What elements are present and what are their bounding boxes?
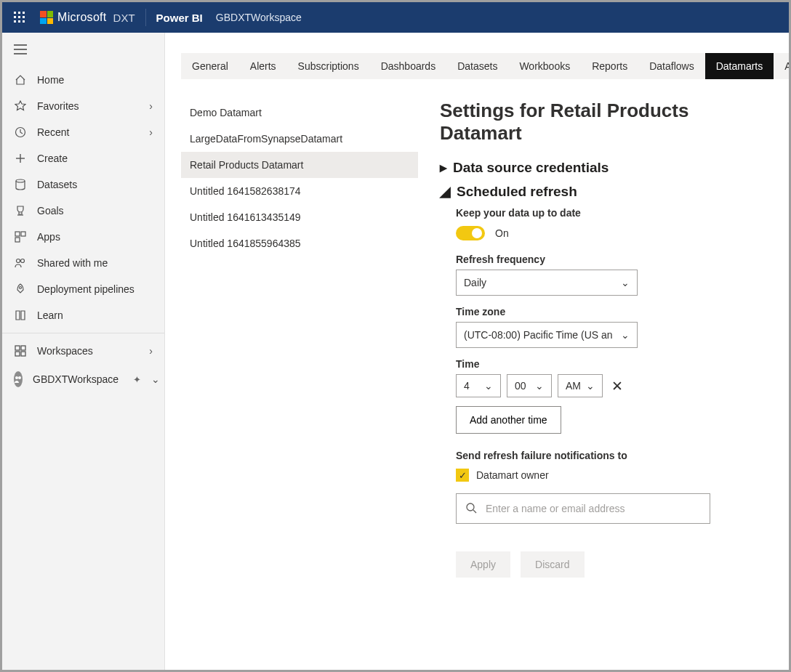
svg-rect-18 [15,238,20,242]
tab-reports[interactable]: Reports [581,53,638,79]
nav-current-workspace-label: GBDXTWorkspace [33,373,119,385]
product-label[interactable]: Power BI [156,12,203,24]
tab-dataflows[interactable]: Dataflows [638,53,704,79]
notify-contact-input[interactable] [486,503,701,514]
section-refresh-label: Scheduled refresh [457,184,577,200]
nav-item-deployment-pipelines[interactable]: Deployment pipelines [2,276,164,302]
home-icon [14,74,27,86]
discard-button[interactable]: Discard [521,551,584,578]
nav-item-label: Learn [37,309,63,321]
left-nav: HomeFavorites›Recent›CreateDatasetsGoals… [2,33,165,670]
time-hour-select[interactable]: 4 ⌄ [456,374,501,397]
nav-item-apps[interactable]: Apps [2,224,164,250]
tab-subscriptions[interactable]: Subscriptions [287,53,370,79]
time-ampm-value: AM [566,380,581,392]
nav-item-goals[interactable]: Goals [2,198,164,224]
datamart-item[interactable]: Demo Datamart [181,100,418,126]
tab-workbooks[interactable]: Workbooks [508,53,581,79]
keep-data-label: Keep your data up to date [456,207,760,219]
svg-point-27 [18,376,21,379]
svg-rect-4 [18,16,20,18]
section-credentials[interactable]: ▸ Data source credentials [440,159,760,176]
star-icon [14,100,27,112]
tab-alerts[interactable]: Alerts [239,53,287,79]
svg-point-26 [15,376,18,379]
search-icon [465,502,477,516]
nav-current-workspace[interactable]: GBDXTWorkspace ✦ ⌄ [2,364,164,394]
nav-item-label: Home [37,74,64,86]
nav-divider [2,333,164,333]
tab-datasets[interactable]: Datasets [446,53,508,79]
tab-app[interactable]: App [774,53,789,79]
nav-item-shared-with-me[interactable]: Shared with me [2,250,164,276]
workspace-breadcrumb[interactable]: GBDXTWorkspace [216,12,302,23]
plus-icon [14,153,27,164]
nav-item-favorites[interactable]: Favorites› [2,93,164,119]
tab-dashboards[interactable]: Dashboards [370,53,447,79]
nav-item-create[interactable]: Create [2,145,164,171]
datamart-item[interactable]: Untitled 1641613435149 [181,204,418,230]
tab-datamarts[interactable]: Datamarts [705,53,774,79]
nav-toggle-button[interactable] [2,37,164,64]
book-icon [14,309,27,321]
svg-rect-23 [21,346,25,350]
clock-icon [14,126,27,138]
time-minute-select[interactable]: 00 ⌄ [507,374,552,397]
nav-item-label: Recent [37,126,69,138]
nav-item-recent[interactable]: Recent› [2,119,164,145]
remove-time-button[interactable]: ✕ [609,378,626,394]
app-launcher-icon[interactable] [7,4,33,31]
svg-rect-6 [14,20,16,23]
main-content: GeneralAlertsSubscriptionsDashboardsData… [165,33,789,670]
svg-rect-7 [18,20,20,23]
svg-rect-1 [18,12,20,14]
chevron-down-icon: ⌄ [586,380,595,392]
datamart-list: Demo DatamartLargeDataFromSynapseDatamar… [181,100,418,578]
nav-item-home[interactable]: Home [2,67,164,93]
svg-point-19 [17,259,20,263]
time-ampm-select[interactable]: AM ⌄ [558,374,603,397]
chevron-down-icon: ⌄ [621,277,630,288]
frequency-select[interactable]: Daily ⌄ [456,270,638,296]
svg-rect-5 [23,16,25,18]
notify-contact-search[interactable] [456,493,710,524]
timezone-value: (UTC-08:00) Pacific Time (US an [464,329,613,341]
tab-general[interactable]: General [181,53,239,79]
workspace-avatar-icon [14,371,23,387]
time-hour-value: 4 [464,380,470,392]
svg-rect-0 [14,12,16,14]
chevron-right-icon: › [149,126,153,138]
section-credentials-label: Data source credentials [453,160,609,176]
svg-rect-22 [15,346,20,350]
datamart-item[interactable]: Retail Products Datamart [181,152,418,178]
apps-icon [14,231,27,243]
apply-button[interactable]: Apply [456,551,510,578]
refresh-toggle[interactable] [456,226,485,240]
svg-rect-25 [21,352,25,356]
chevron-right-icon: › [149,345,153,357]
trophy-icon [14,205,27,216]
nav-item-learn[interactable]: Learn [2,302,164,328]
nav-item-label: Deployment pipelines [37,283,134,295]
svg-point-20 [21,259,25,263]
workspaces-icon [14,345,27,357]
add-time-button[interactable]: Add another time [456,406,561,434]
section-scheduled-refresh[interactable]: ◢ Scheduled refresh [440,183,760,200]
timezone-label: Time zone [456,306,760,317]
frequency-label: Refresh frequency [456,254,760,265]
nav-item-label: Shared with me [37,257,108,269]
svg-line-29 [473,510,476,513]
header-separator [145,9,146,26]
datamart-item[interactable]: Untitled 1641582638174 [181,178,418,204]
datamart-item[interactable]: Untitled 1641855964385 [181,230,418,256]
datamart-item[interactable]: LargeDataFromSynapseDatamart [181,126,418,152]
timezone-select[interactable]: (UTC-08:00) Pacific Time (US an ⌄ [456,322,638,348]
chevron-down-icon: ⌄ [621,329,630,341]
notify-owner-checkbox[interactable]: ✓ [456,469,469,482]
panel-title: Settings for Retail Products Datamart [440,100,760,145]
nav-workspaces[interactable]: Workspaces › [2,338,164,364]
settings-tabs: GeneralAlertsSubscriptionsDashboardsData… [181,53,774,79]
svg-rect-8 [23,20,25,23]
nav-item-datasets[interactable]: Datasets [2,171,164,198]
nav-item-label: Favorites [37,100,79,112]
